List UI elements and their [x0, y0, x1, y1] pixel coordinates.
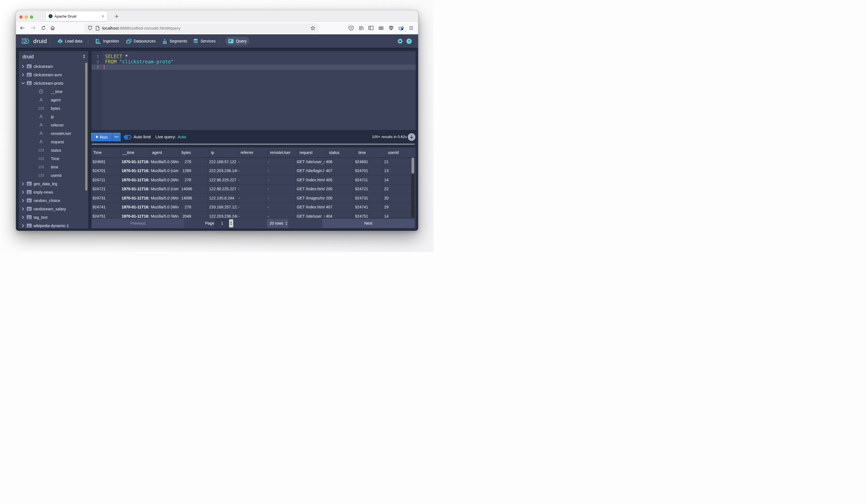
next-page-button[interactable]: Next: [322, 219, 415, 228]
cell-userid[interactable]: 22: [383, 185, 412, 194]
caret-right-icon[interactable]: [21, 199, 25, 203]
tree-item-request[interactable]: Arequest: [19, 138, 88, 146]
table-scrollbar[interactable]: [411, 157, 415, 218]
cell-status[interactable]: 200: [324, 194, 354, 203]
code-line-3[interactable]: 3: [92, 65, 416, 70]
extension-fence-icon[interactable]: [377, 24, 385, 32]
cell-referrer[interactable]: -: [237, 185, 266, 194]
caret-right-icon[interactable]: [21, 73, 25, 77]
url-bar[interactable]: localhost:8888/unified-console.html#quer…: [84, 23, 319, 33]
cell-agent[interactable]: Mozilla/5.0 (comp: [149, 167, 179, 175]
cell-time[interactable]: 924731: [354, 194, 383, 203]
home-button[interactable]: [49, 24, 57, 32]
run-more-button[interactable]: [112, 133, 121, 141]
tree-item-remoteUser[interactable]: AremoteUser: [19, 129, 88, 138]
auto-limit-toggle[interactable]: [124, 135, 131, 139]
caret-right-icon[interactable]: [21, 190, 25, 194]
column-header-referrer[interactable]: referrer: [238, 148, 268, 157]
column-header-bytes[interactable]: bytes: [180, 148, 209, 157]
nav-datasources[interactable]: Datasources: [126, 34, 156, 48]
tree-item-tag_test[interactable]: tag_test: [19, 213, 88, 222]
cell-time[interactable]: 924691: [354, 157, 383, 166]
cell-time[interactable]: 924751: [354, 212, 383, 218]
cell-Time[interactable]: 924731: [91, 194, 120, 203]
tree-item-status[interactable]: 123status: [19, 146, 88, 154]
nav-ingestion[interactable]: Ingestion: [96, 34, 119, 48]
previous-page-button[interactable]: Previous: [92, 219, 184, 228]
cell-agent[interactable]: Mozilla/5.0 (comp: [149, 185, 179, 194]
page-number-input[interactable]: 1: [215, 219, 234, 228]
cell-__time[interactable]: 1970-01-11T16:: [120, 203, 149, 212]
tree-item-__time[interactable]: __time: [19, 87, 88, 96]
cell-__time[interactable]: 1970-01-11T16:: [120, 212, 149, 218]
bookmark-star-icon[interactable]: [310, 25, 316, 31]
forward-button[interactable]: [29, 24, 38, 32]
cell-ip[interactable]: 222.203.236.146: [208, 167, 237, 175]
tree-item-referrer[interactable]: Areferrer: [19, 121, 88, 129]
menu-hamburger-icon[interactable]: [407, 24, 415, 32]
cell-ip[interactable]: 233.168.257.122: [208, 203, 237, 212]
caret-right-icon[interactable]: [21, 224, 25, 228]
cell-Time[interactable]: 924711: [91, 175, 120, 184]
shield-icon[interactable]: [87, 25, 93, 31]
cell-userid[interactable]: 20: [383, 194, 412, 203]
privacy-extension-icon[interactable]: [397, 24, 405, 32]
cell-agent[interactable]: Mozilla/5.0 (Wind: [149, 212, 179, 218]
cell-status[interactable]: 404: [324, 212, 354, 218]
cell-bytes[interactable]: 278: [179, 157, 208, 166]
cell-__time[interactable]: 1970-01-11T16:: [120, 194, 149, 203]
cell-bytes[interactable]: 1289: [179, 167, 208, 175]
pocket-icon[interactable]: [347, 24, 355, 32]
cell-status[interactable]: 406: [324, 157, 354, 166]
tab-close-icon[interactable]: [100, 14, 105, 19]
cell-userid[interactable]: 14: [383, 212, 412, 218]
cell-bytes[interactable]: 14096: [179, 194, 208, 203]
cell-time[interactable]: 924701: [354, 167, 383, 175]
cell-remoteUser[interactable]: -: [266, 175, 295, 184]
tree-item-userid[interactable]: 123userid: [19, 171, 88, 180]
cell-request[interactable]: GET /index.html H: [296, 203, 324, 212]
browser-tab[interactable]: Apache Druid: [46, 12, 107, 21]
nav-segments[interactable]: Segments: [162, 34, 187, 48]
tree-item-bytes[interactable]: 123bytes: [19, 104, 88, 112]
cell-ip[interactable]: 122.203.236.246: [208, 212, 237, 218]
cell-request[interactable]: GET /index.html H: [296, 185, 324, 194]
cell-userid[interactable]: 13: [383, 167, 412, 175]
cell-referrer[interactable]: -: [237, 157, 266, 166]
cell-ip[interactable]: 222.168.57.122: [208, 157, 237, 166]
page-stepper[interactable]: [229, 219, 233, 227]
column-header-userid[interactable]: userid: [386, 148, 416, 157]
cell-__time[interactable]: 1970-01-11T16:: [120, 167, 149, 175]
caret-right-icon[interactable]: [21, 207, 25, 211]
cell-time[interactable]: 924711: [354, 175, 383, 184]
cell-ip[interactable]: 122.90.225.227: [208, 175, 237, 184]
splitter-handle[interactable]: [92, 143, 415, 145]
cell-time[interactable]: 924741: [354, 203, 383, 212]
cell-remoteUser[interactable]: -: [266, 157, 295, 166]
column-header-__time[interactable]: __time: [121, 148, 150, 157]
settings-gear-icon[interactable]: [397, 38, 403, 44]
tree-item-randstream_salary[interactable]: randstream_salary: [19, 205, 88, 213]
close-window-button[interactable]: [19, 15, 23, 19]
cell-userid[interactable]: 29: [383, 203, 412, 212]
cell-referrer[interactable]: -: [237, 203, 266, 212]
cell-__time[interactable]: 1970-01-11T16:: [120, 175, 149, 184]
cell-agent[interactable]: Mozilla/5.0 (Wind: [149, 175, 179, 184]
cell-remoteUser[interactable]: -: [266, 194, 295, 203]
cell-time[interactable]: 924721: [354, 185, 383, 194]
cell-referrer[interactable]: -: [237, 194, 266, 203]
page-size-select[interactable]: 20 rows: [267, 219, 288, 228]
cell-Time[interactable]: 924721: [91, 185, 120, 194]
cell-Time[interactable]: 924691: [91, 157, 120, 166]
tree-item-clickstream[interactable]: clickstream: [19, 62, 88, 71]
table-scrollbar-thumb[interactable]: [411, 158, 414, 174]
column-header-Time[interactable]: Time: [91, 148, 121, 157]
tree-item-clickstream-proto[interactable]: clickstream-proto: [19, 79, 88, 87]
sidebar-scrollbar[interactable]: [85, 63, 88, 191]
library-icon[interactable]: [357, 24, 365, 32]
tree-item-clickstream-avro[interactable]: clickstream-avro: [19, 71, 88, 79]
code-line-1[interactable]: 1SELECT *: [92, 54, 416, 59]
cell-Time[interactable]: 924701: [91, 167, 120, 175]
minimize-window-button[interactable]: [24, 15, 28, 19]
cell-userid[interactable]: 14: [383, 175, 412, 184]
